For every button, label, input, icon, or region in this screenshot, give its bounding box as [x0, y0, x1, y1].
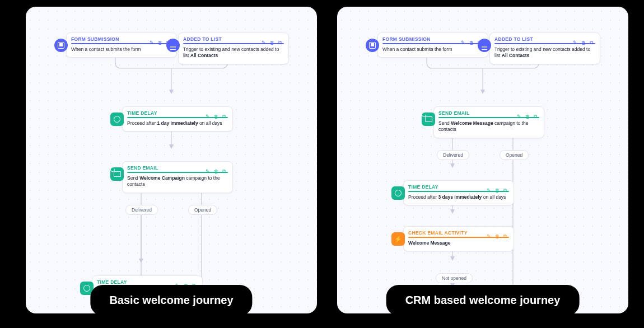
clock-icon: [110, 113, 124, 126]
svg-marker-2: [139, 259, 143, 263]
node-send-email[interactable]: SEND EMAIL Send Welcome Campaign campaig…: [122, 161, 233, 193]
list-icon: [166, 39, 180, 52]
node-form-submission[interactable]: FORM SUBMISSION When a contact submits t…: [66, 32, 177, 58]
edit-icon[interactable]: [206, 110, 211, 116]
copy-icon[interactable]: [534, 110, 539, 116]
node-time-delay-1[interactable]: TIME DELAY Proceed after 1 day immediate…: [122, 106, 233, 132]
copy-icon[interactable]: [278, 36, 284, 42]
delete-icon[interactable]: [495, 230, 501, 236]
node-desc: When a contact submits the form: [71, 46, 172, 53]
copy-icon[interactable]: [192, 279, 198, 285]
edit-icon[interactable]: [206, 165, 211, 171]
node-send-email-1[interactable]: SEND EMAIL Send Welcome Message campaign…: [433, 106, 544, 138]
pill-opened[interactable]: Opened: [500, 150, 529, 160]
svg-marker-3: [480, 90, 485, 94]
copy-icon[interactable]: [222, 165, 228, 171]
panel-crm-journey: FORM SUBMISSION When a contact submits t…: [337, 7, 628, 313]
mail-icon: [422, 113, 435, 126]
node-added-to-list[interactable]: ADDED TO LIST Trigger to existing and ne…: [178, 32, 289, 64]
svg-marker-6: [450, 256, 455, 261]
delete-icon[interactable]: [184, 279, 189, 285]
delete-icon[interactable]: [469, 36, 475, 42]
copy-icon[interactable]: [503, 184, 509, 190]
delete-icon[interactable]: [581, 36, 587, 42]
mail-icon: [110, 167, 124, 181]
edit-icon[interactable]: [262, 36, 267, 42]
pill-not-opened[interactable]: Not opened: [436, 273, 473, 283]
node-time-delay[interactable]: TIME DELAY Proceed after 3 days immediat…: [403, 180, 514, 205]
copy-icon[interactable]: [222, 110, 228, 116]
svg-marker-0: [169, 90, 174, 94]
node-form-submission[interactable]: FORM SUBMISSION When a contact submits t…: [377, 32, 488, 58]
delete-icon[interactable]: [495, 184, 501, 190]
edit-icon[interactable]: [461, 36, 466, 42]
edit-icon[interactable]: [150, 36, 155, 42]
node-check-email-activity[interactable]: CHECK EMAIL ACTIVITY Welcome Message: [403, 226, 514, 251]
copy-icon[interactable]: [503, 230, 509, 236]
node-title: FORM SUBMISSION: [71, 36, 119, 42]
node-desc: Trigger to existing and new contacts add…: [183, 46, 284, 59]
copy-icon[interactable]: [590, 36, 595, 42]
form-icon: [54, 39, 68, 52]
panel-basic-journey: FORM SUBMISSION When a contact submits t…: [26, 7, 317, 313]
svg-marker-1: [169, 144, 174, 149]
caption-right: CRM based welcome journey: [386, 285, 580, 313]
svg-marker-4: [450, 163, 455, 168]
activity-icon: [391, 232, 405, 246]
edit-icon[interactable]: [573, 36, 578, 42]
delete-icon[interactable]: [270, 36, 276, 42]
pill-delivered[interactable]: Delivered: [125, 205, 158, 215]
list-icon: [478, 39, 491, 52]
caption-left: Basic welcome journey: [90, 285, 252, 313]
clock-icon: [391, 186, 405, 200]
delete-icon[interactable]: [525, 110, 531, 116]
edit-icon[interactable]: [517, 110, 522, 116]
edit-icon[interactable]: [175, 279, 181, 285]
edit-icon[interactable]: [487, 230, 492, 236]
node-added-to-list[interactable]: ADDED TO LIST Trigger to existing and ne…: [489, 32, 600, 64]
pill-opened[interactable]: Opened: [188, 205, 217, 215]
pill-delivered[interactable]: Delivered: [437, 150, 469, 160]
edit-icon[interactable]: [487, 184, 492, 190]
svg-marker-5: [450, 209, 455, 214]
delete-icon[interactable]: [214, 165, 220, 171]
form-icon: [366, 39, 379, 52]
delete-icon[interactable]: [158, 36, 164, 42]
delete-icon[interactable]: [214, 110, 220, 116]
node-title: ADDED TO LIST: [183, 36, 222, 42]
